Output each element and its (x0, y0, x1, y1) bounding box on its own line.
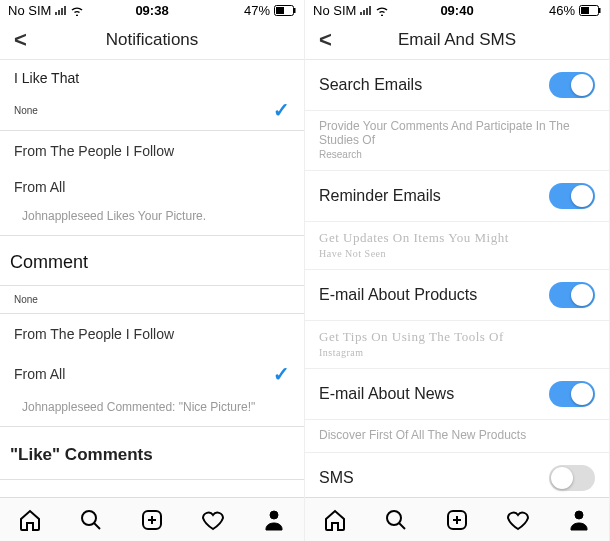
option-none[interactable]: None ✓ (0, 92, 304, 128)
tab-add[interactable] (444, 507, 470, 533)
setting-label: E-mail About News (319, 385, 454, 403)
setting-email-products: E-mail About Products (305, 270, 609, 321)
status-bar: No SIM 09:38 47% (0, 0, 304, 20)
option-none[interactable]: None (0, 288, 304, 311)
carrier-text: No SIM (8, 3, 51, 18)
tabbar (0, 497, 304, 541)
signal-icon (55, 5, 66, 15)
option-label: None (14, 105, 38, 116)
header: < Email And SMS (305, 20, 609, 60)
setting-label: Reminder Emails (319, 187, 441, 205)
toggle-email-products[interactable] (549, 282, 595, 308)
svg-rect-11 (599, 8, 601, 13)
tab-search[interactable] (78, 507, 104, 533)
section-comment: Comment (0, 238, 304, 283)
content: Search Emails Provide Your Comments And … (305, 60, 609, 497)
back-button[interactable]: < (315, 27, 336, 53)
wifi-icon (70, 5, 84, 16)
wifi-icon (375, 5, 389, 16)
tabbar (305, 497, 609, 541)
setting-label: E-mail About Products (319, 286, 477, 304)
setting-desc: Get Tips On Using The Tools Of Instagram (305, 321, 609, 369)
toggle-sms[interactable] (549, 465, 595, 491)
setting-desc: Provide Your Comments And Participate In… (305, 111, 609, 171)
svg-rect-10 (581, 7, 589, 14)
svg-line-4 (94, 523, 100, 529)
status-time: 09:38 (135, 3, 168, 18)
svg-point-17 (575, 511, 583, 519)
checkmark-icon: ✓ (273, 362, 290, 386)
option-follow[interactable]: From The People I Follow (0, 133, 304, 169)
checkmark-icon: ✓ (273, 98, 290, 122)
page-title: Notifications (106, 30, 199, 50)
toggle-search-emails[interactable] (549, 72, 595, 98)
option-label: From The People I Follow (14, 143, 174, 159)
toggle-email-news[interactable] (549, 381, 595, 407)
svg-rect-2 (294, 8, 296, 13)
setting-email-news: E-mail About News (305, 369, 609, 420)
tab-activity[interactable] (505, 507, 531, 533)
divider (0, 426, 304, 427)
divider (0, 313, 304, 314)
page-title: Email And SMS (398, 30, 516, 50)
tab-home[interactable] (17, 507, 43, 533)
option-label: From The People I Follow (14, 326, 174, 342)
toggle-reminder-emails[interactable] (549, 183, 595, 209)
setting-label: SMS (319, 469, 354, 487)
setting-desc: Get Updates On Items You Might Have Not … (305, 222, 609, 270)
status-bar: No SIM 09:40 46% (305, 0, 609, 20)
option-all[interactable]: From All (0, 169, 304, 205)
section-ilike: I Like That (0, 60, 304, 92)
section-likecomments: "Like" Comments (0, 429, 304, 477)
setting-sms: SMS (305, 453, 609, 497)
content: I Like That None ✓ From The People I Fol… (0, 60, 304, 497)
tab-search[interactable] (383, 507, 409, 533)
svg-point-8 (270, 511, 278, 519)
setting-reminder-emails: Reminder Emails (305, 171, 609, 222)
option-label: From All (14, 179, 65, 195)
option-all[interactable]: From All ✓ (0, 352, 304, 396)
setting-search-emails: Search Emails (305, 60, 609, 111)
divider (0, 479, 304, 480)
battery-icon (579, 5, 601, 16)
phone-right: No SIM 09:40 46% < Email And SMS Search … (305, 0, 610, 541)
divider (0, 285, 304, 286)
carrier-text: No SIM (313, 3, 356, 18)
battery-text: 47% (244, 3, 270, 18)
option-follow[interactable]: From The People I Follow (0, 316, 304, 352)
setting-label: Search Emails (319, 76, 422, 94)
back-button[interactable]: < (10, 27, 31, 53)
example-text: Johnappleseed Commented: "Nice Picture!" (0, 396, 304, 424)
divider (0, 235, 304, 236)
battery-text: 46% (549, 3, 575, 18)
status-time: 09:40 (440, 3, 473, 18)
tab-home[interactable] (322, 507, 348, 533)
svg-point-3 (82, 511, 96, 525)
tab-profile[interactable] (566, 507, 592, 533)
svg-rect-1 (276, 7, 284, 14)
option-label: None (14, 294, 38, 305)
tab-profile[interactable] (261, 507, 287, 533)
divider (0, 130, 304, 131)
phone-left: No SIM 09:38 47% < Notifications I Like … (0, 0, 305, 541)
header: < Notifications (0, 20, 304, 60)
battery-icon (274, 5, 296, 16)
option-label: From All (14, 366, 65, 382)
tab-activity[interactable] (200, 507, 226, 533)
tab-add[interactable] (139, 507, 165, 533)
svg-point-12 (387, 511, 401, 525)
example-text: Johnappleseed Likes Your Picture. (0, 205, 304, 233)
signal-icon (360, 5, 371, 15)
setting-desc: Discover First Of All The New Products (305, 420, 609, 453)
svg-line-13 (399, 523, 405, 529)
